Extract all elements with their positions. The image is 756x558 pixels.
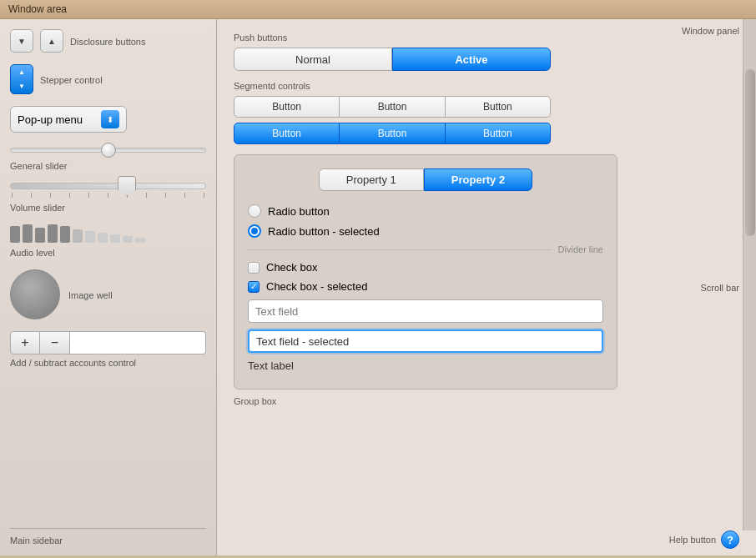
- text-label: Text label: [248, 359, 603, 372]
- radio-dot-icon: [251, 228, 258, 234]
- popup-arrow-icon: ⬍: [101, 110, 119, 128]
- disclosure-section: ▼ ▲ Disclosure buttons: [10, 29, 206, 53]
- segmented-label: Segmentd controls: [234, 81, 739, 91]
- divider-line: [248, 249, 552, 250]
- audio-bar-9: [110, 234, 120, 243]
- checkbox-label-2: Check box - selected: [266, 280, 367, 293]
- general-slider-label: General slider: [10, 161, 206, 171]
- checkbox-row-1: Check box: [248, 261, 603, 274]
- title-bar-label: Window area: [8, 3, 67, 15]
- scrollbar-thumb[interactable]: [745, 69, 755, 236]
- scrollbar[interactable]: [743, 19, 756, 530]
- seg-btn-2-3[interactable]: Button: [446, 123, 551, 144]
- segmented-section: Segmentd controls Button Button Button B…: [234, 81, 739, 144]
- checkmark-icon: ✓: [250, 282, 257, 291]
- divider-label: Divider line: [558, 244, 603, 254]
- stepper-section: ▲ ▼ Stepper control: [10, 64, 206, 94]
- stepper-up-icon: ▲: [18, 69, 25, 76]
- add-subtract-row: + −: [10, 331, 206, 354]
- minus-icon: −: [51, 335, 58, 350]
- help-label: Help button: [669, 535, 716, 545]
- tab-property-2[interactable]: Property 2: [424, 168, 532, 191]
- seg-btn-1-1[interactable]: Button: [234, 96, 340, 118]
- popup-menu-label: Pop-up menu: [18, 113, 83, 126]
- image-well-row: Image well: [10, 269, 206, 319]
- radio-label-2: Radio button - selected: [268, 225, 380, 238]
- general-slider-section: General slider: [10, 144, 206, 171]
- audio-bar-5: [60, 226, 70, 243]
- push-button-normal[interactable]: Normal: [234, 48, 392, 71]
- disclosure-down-button[interactable]: ▼: [10, 29, 33, 53]
- audio-level-section: Audio level: [10, 224, 206, 258]
- sidebar: ▼ ▲ Disclosure buttons ▲ ▼ Stepper contr…: [0, 19, 217, 555]
- add-subtract-field: [70, 331, 206, 354]
- radio-button-1[interactable]: [248, 204, 261, 218]
- plus-icon: +: [21, 335, 28, 350]
- audio-bar-3: [35, 228, 45, 243]
- general-slider-track[interactable]: [10, 148, 206, 153]
- audio-bar-2: [23, 224, 33, 243]
- subtract-button[interactable]: −: [40, 331, 70, 354]
- audio-level-bars: [10, 224, 206, 243]
- tab-bar: Property 1 Property 2: [248, 168, 603, 191]
- audio-bar-7: [85, 231, 95, 243]
- popup-section: Pop-up menu ⬍: [10, 106, 206, 133]
- audio-bar-8: [98, 233, 108, 243]
- chevron-up-icon: ▲: [48, 37, 56, 46]
- stepper-control[interactable]: ▲ ▼: [10, 64, 33, 94]
- audio-bar-6: [73, 229, 83, 243]
- group-box-label: Group box: [234, 396, 739, 406]
- radio-label-1: Radio button: [268, 205, 330, 218]
- help-button[interactable]: ?: [721, 530, 739, 549]
- push-buttons-row: Normal Active: [234, 48, 551, 71]
- volume-slider-track[interactable]: [10, 183, 206, 189]
- general-slider-thumb[interactable]: [101, 143, 116, 158]
- image-well-label: Image well: [68, 290, 113, 300]
- segmented-row-2: Button Button Button: [234, 123, 551, 144]
- disclosure-up-button[interactable]: ▲: [40, 29, 63, 53]
- main-content: Window panel Push buttons Normal Active …: [217, 19, 756, 555]
- tick-marks: [10, 193, 206, 198]
- audio-bar-4: [48, 224, 58, 243]
- scrollbar-label: Scroll bar: [701, 283, 739, 293]
- seg-btn-1-3[interactable]: Button: [446, 96, 551, 118]
- window-panel-label: Window panel: [682, 26, 739, 36]
- volume-slider-section: Volume slider: [10, 183, 206, 213]
- checkbox-2-checked[interactable]: ✓: [248, 281, 260, 293]
- add-button[interactable]: +: [10, 331, 40, 354]
- segmented-row-1: Button Button Button: [234, 96, 551, 118]
- checkbox-row-2: ✓ Check box - selected: [248, 280, 603, 293]
- add-subtract-label: Add / subtract accounts control: [10, 358, 206, 368]
- text-field[interactable]: [248, 299, 603, 323]
- image-well[interactable]: [10, 269, 60, 319]
- audio-bar-1: [10, 226, 20, 243]
- radio-button-2-selected[interactable]: [248, 224, 261, 238]
- disclosure-label: Disclosure buttons: [70, 37, 146, 47]
- group-box: Property 1 Property 2 Radio button Radio…: [234, 154, 617, 390]
- text-field-selected[interactable]: [248, 329, 603, 353]
- volume-slider-label: Volume slider: [10, 203, 206, 213]
- stepper-label: Stepper control: [40, 75, 103, 85]
- popup-menu[interactable]: Pop-up menu ⬍: [10, 106, 127, 133]
- seg-btn-1-2[interactable]: Button: [340, 96, 445, 118]
- chevron-down-icon: ▼: [18, 37, 26, 46]
- sidebar-bottom-label: Main sidebar: [10, 528, 206, 545]
- checkbox-label-1: Check box: [266, 261, 317, 274]
- radio-row-2: Radio button - selected: [248, 224, 603, 238]
- tab-property-1[interactable]: Property 1: [319, 168, 424, 191]
- add-subtract-section: + − Add / subtract accounts control: [10, 331, 206, 368]
- seg-btn-2-2[interactable]: Button: [340, 123, 445, 144]
- push-buttons-section: Push buttons Normal Active: [234, 33, 739, 71]
- checkbox-1[interactable]: [248, 262, 260, 274]
- image-well-section: Image well: [10, 269, 206, 319]
- radio-row-1: Radio button: [248, 204, 603, 218]
- push-button-active[interactable]: Active: [392, 48, 551, 71]
- seg-btn-2-1[interactable]: Button: [234, 123, 340, 144]
- audio-bar-11: [135, 238, 145, 243]
- disclosure-row: ▼ ▲ Disclosure buttons: [10, 29, 206, 53]
- help-area: Help button ?: [669, 530, 739, 549]
- divider-row: Divider line: [248, 244, 603, 254]
- stepper-down-icon: ▼: [18, 83, 25, 90]
- audio-bar-10: [123, 236, 133, 243]
- stepper-row: ▲ ▼ Stepper control: [10, 64, 206, 94]
